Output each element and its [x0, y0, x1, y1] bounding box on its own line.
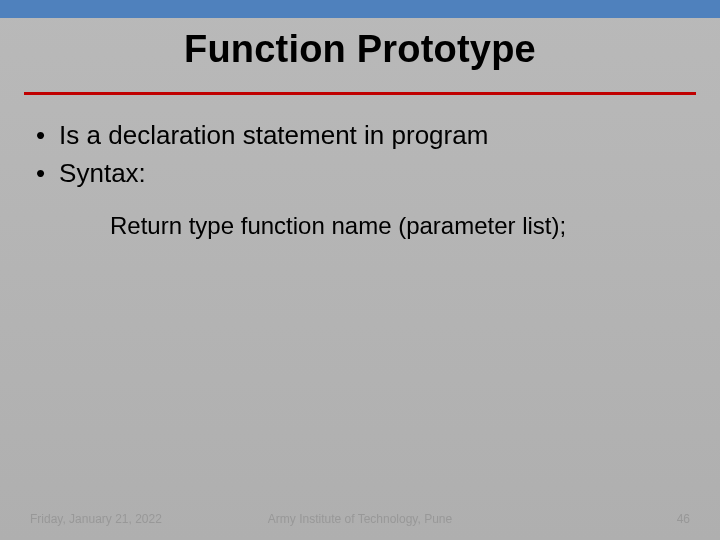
footer-page-number: 46 [677, 512, 690, 526]
bullet-text: Syntax: [59, 156, 146, 190]
title-underline [24, 92, 696, 95]
bullet-dot-icon: • [36, 118, 45, 152]
top-accent-bar [0, 0, 720, 18]
slide-title: Function Prototype [0, 28, 720, 71]
bullet-dot-icon: • [36, 156, 45, 190]
bullet-item: • Is a declaration statement in program [32, 118, 688, 152]
syntax-line: Return type function name (parameter lis… [110, 212, 688, 240]
title-zone: Function Prototype [0, 28, 720, 71]
bullet-text: Is a declaration statement in program [59, 118, 488, 152]
footer: Friday, January 21, 2022 Army Institute … [0, 508, 720, 526]
footer-org: Army Institute of Technology, Pune [0, 512, 720, 526]
bullet-item: • Syntax: [32, 156, 688, 190]
body-area: • Is a declaration statement in program … [32, 118, 688, 240]
